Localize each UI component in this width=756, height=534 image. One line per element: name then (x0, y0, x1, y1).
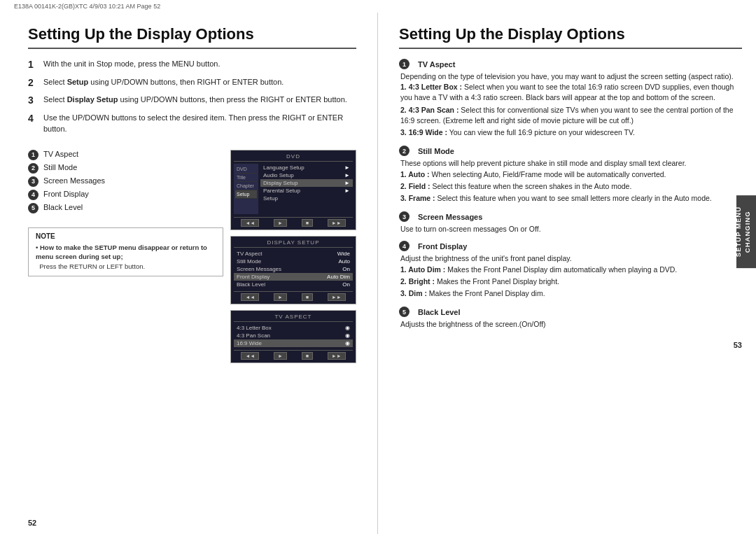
icon-num-2: 2 (28, 163, 38, 174)
icon-num-3: 3 (28, 176, 38, 187)
section-black-level-body: Adjusts the brightness of the screen.(On… (399, 319, 742, 330)
step-3-text: Select Display Setup using UP/DOWN butto… (43, 94, 347, 108)
section-title-label-1: TV Aspect (418, 60, 455, 69)
left-page: Setting Up the Display Options 1 With th… (0, 13, 378, 534)
screen-row-front-display: Front Display Auto Dim (234, 273, 353, 281)
screen-row-display: Display Setup ► (260, 179, 353, 187)
section-tv-aspect-body: Depending on the type of television you … (399, 71, 742, 138)
section-still-mode-title: 2 Still Mode (399, 146, 742, 156)
screen-btn-4: ►► (328, 219, 346, 227)
section-black-level-title: 5 Black Level (399, 307, 742, 317)
screen-btn-d4: ►► (328, 293, 346, 301)
screen-btn-d2: ► (274, 293, 287, 301)
screen-left-dvd: DVD (235, 165, 257, 174)
screenshots: DVD DVD Title Chapter Setup Language Set… (230, 150, 356, 507)
screen-left-setup: Setup (235, 190, 257, 199)
icon-num-4: 4 (28, 190, 38, 200)
screen-left-col: DVD Title Chapter Setup (234, 164, 258, 214)
tv-item-3: 3. 16:9 Wide : You can view the full 16:… (400, 127, 742, 138)
section-title-label-3: Screen Messages (418, 213, 482, 221)
still-item-3: 3. Frame : Select this feature when you … (400, 193, 742, 204)
screen-right-col: Language Setup ► Audio Setup ► Display S… (258, 164, 353, 214)
screen-tv-bottom: ◄◄ ► ■ ►► (234, 350, 353, 360)
screen-btn-d1: ◄◄ (241, 293, 259, 301)
screen-btn-2: ► (274, 219, 287, 227)
step-1-num: 1 (28, 58, 38, 72)
step-2: 2 Select Setup using UP/DOWN buttons, th… (28, 77, 356, 90)
icon-list-item-2: 2 Still Mode (28, 163, 223, 174)
screen-btn-t3: ■ (302, 352, 313, 360)
step-1: 1 With the unit in Stop mode, press the … (28, 59, 356, 72)
screen-row-setup-empty: Setup (260, 195, 353, 202)
screen-display-rows: TV Aspect Wide Still Mode Auto Screen Me… (234, 250, 353, 288)
front-item-3: 3. Dim : Makes the Front Panel Display d… (400, 288, 742, 299)
screen-row-tv-aspect: TV Aspect Wide (234, 250, 353, 258)
sidebar-tab-line1: CHANGING (743, 211, 751, 253)
screen-row-audio: Audio Setup ► (260, 171, 353, 179)
still-item-1: 1. Auto : When selecting Auto, Field/Fra… (400, 169, 742, 180)
sidebar-tab-line2: SETUP MENU (734, 206, 742, 257)
section-front-display-title: 4 Front Display (399, 241, 742, 251)
screen-tv-aspect: TV ASPECT 4:3 Letter Box ◉ 4:3 Pan Scan … (230, 310, 356, 363)
section-still-mode: 2 Still Mode These options will help pre… (399, 146, 742, 205)
step-3: 3 Select Display Setup using UP/DOWN but… (28, 94, 356, 108)
step-2-text: Select Setup using UP/DOWN buttons, then… (43, 77, 284, 90)
screen-left-chapter: Chapter (235, 182, 257, 190)
screen-btn-t1: ◄◄ (241, 352, 259, 360)
screen-row-letter-box: 4:3 Letter Box ◉ (234, 324, 353, 332)
front-item-2: 2. Bright : Makes the Front Panel Displa… (400, 276, 742, 287)
icon-label-1: TV Aspect (43, 150, 78, 158)
section-screen-messages-body: Use to turn on-screen messages On or Off… (399, 224, 742, 234)
right-page: Setting Up the Display Options 1 TV Aspe… (378, 13, 756, 534)
left-page-number: 52 (28, 519, 356, 527)
front-item-1: 1. Auto Dim : Makes the Front Panel Disp… (400, 265, 742, 275)
note-box: NOTE • How to make the SETUP menu disapp… (28, 227, 223, 276)
icon-label-5: Black Level (43, 203, 83, 211)
step-4: 4 Use the UP/DOWN buttons to select the … (28, 113, 356, 135)
sidebar-tab: CHANGING SETUP MENU (736, 195, 756, 268)
icon-num-1: 1 (28, 150, 38, 160)
note-text: • How to make the SETUP menu disappear o… (36, 243, 216, 272)
screen-btn-d3: ■ (302, 293, 313, 301)
icon-num-5: 5 (28, 203, 38, 213)
right-page-number: 53 (399, 341, 742, 349)
screen-display-bottom: ◄◄ ► ■ ►► (234, 291, 353, 301)
step-2-num: 2 (28, 76, 38, 90)
icon-label-4: Front Display (43, 190, 89, 198)
screen-left-title: Title (235, 174, 257, 182)
screen-dvd-bottom: ◄◄ ► ■ ►► (234, 217, 353, 227)
tv-item-2: 2. 4:3 Pan Scan : Select this for conven… (400, 105, 742, 126)
screen-tv-aspect-header: TV ASPECT (234, 314, 353, 322)
section-icon-4: 4 (399, 241, 410, 251)
screen-dvd-menu-header: DVD (234, 153, 353, 162)
meta-bar: E138A 00141K-2(GB)XTC 4/9/03 10:21 AM Pa… (0, 0, 756, 13)
still-item-2: 2. Field : Select this feature when the … (400, 181, 742, 192)
section-icon-3: 3 (399, 211, 410, 222)
screen-row-screen-msg: Screen Messages On (234, 265, 353, 273)
icon-list-item-4: 4 Front Display (28, 190, 223, 200)
screen-row-still-mode: Still Mode Auto (234, 258, 353, 265)
screen-tv-rows: 4:3 Letter Box ◉ 4:3 Pan Scan ◉ 16:9 Wid… (234, 324, 353, 347)
section-black-level: 5 Black Level Adjusts the brightness of … (399, 307, 742, 330)
section-still-mode-body: These options will help prevent picture … (399, 158, 742, 204)
screen-display-setup-header: DISPLAY SETUP (234, 239, 353, 248)
icon-label-2: Still Mode (43, 163, 77, 171)
screen-btn-t2: ► (274, 352, 287, 360)
main-content: Setting Up the Display Options 1 With th… (0, 13, 756, 534)
section-title-label-2: Still Mode (418, 147, 454, 155)
section-title-label-4: Front Display (418, 242, 467, 251)
screen-dvd-menu: DVD DVD Title Chapter Setup Language Set… (230, 150, 356, 230)
icon-list: 1 TV Aspect 2 Still Mode 3 Screen Messag… (28, 150, 223, 514)
screen-row-black-level: Black Level On (234, 281, 353, 288)
tv-item-1: 1. 4:3 Letter Box : Select when you want… (400, 82, 742, 103)
screen-row-lang: Language Setup ► (260, 164, 353, 171)
icon-list-item-5: 5 Black Level (28, 203, 223, 213)
section-front-display: 4 Front Display Adjust the brightness of… (399, 241, 742, 300)
section-title-label-5: Black Level (418, 308, 461, 316)
step-4-num: 4 (28, 112, 38, 135)
section-tv-aspect-title: 1 TV Aspect (399, 59, 742, 69)
left-page-title: Setting Up the Display Options (28, 25, 356, 49)
section-tv-aspect: 1 TV Aspect Depending on the type of tel… (399, 59, 742, 139)
screen-btn-1: ◄◄ (241, 219, 259, 227)
screen-row-16-9: 16:9 Wide ◉ (234, 339, 353, 347)
